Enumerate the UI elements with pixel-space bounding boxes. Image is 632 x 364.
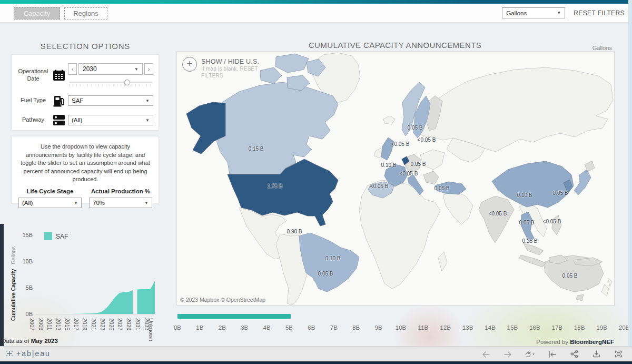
life-cycle-stage-label: Life Cycle Stage [18,188,82,194]
chart-y-tick: 0B [19,311,33,317]
year-next-button[interactable]: › [144,63,153,75]
actual-production-dropdown[interactable]: 70% ▼ [89,198,152,208]
chart-y-tick: 10B [19,258,33,264]
tab-regions[interactable]: Regions [64,7,107,19]
top-accent-bar [0,0,632,4]
pathway-value: (All) [72,117,82,123]
life-cycle-stage-value: (All) [22,200,33,206]
zoom-plus-button[interactable]: + [182,57,197,72]
map-value-label: 0.10 B [325,255,341,261]
chart-x-tick: 2007 [29,318,35,330]
revert-icon[interactable] [547,349,557,359]
actual-production-value: 70% [93,200,105,206]
fullscreen-icon[interactable] [613,349,624,359]
year-dropdown[interactable]: 2030 ▼ [78,63,143,75]
fuel-pump-icon [50,94,68,107]
map-value-label: 1.75 B [268,183,283,189]
chart-x-axis-line [36,314,156,314]
chart-y-tick: 5B [19,284,33,291]
chevron-down-icon: ▼ [145,99,150,103]
units-dropdown[interactable]: Gallons ▼ [502,7,565,18]
scale-ticks: 0B1B2B3B4B5B6B7B8B9B10B11B12B13B14B15B16… [177,324,624,333]
scale-tick: 11B [418,324,429,331]
chevron-down-icon: ▼ [134,67,139,72]
map-value-label: 0.05 B [434,185,450,191]
map-value-label: 0.05 B [411,161,426,167]
chart-x-tick: 2011 [46,318,53,330]
tableau-mark-icon [5,349,14,358]
filters-card: Operational Date ‹ 2030 ▼ › [12,54,159,131]
fuel-type-dropdown[interactable]: SAF ▼ [68,95,153,106]
map-section: CUMULATIVE CAPACITY ANNOUNCEMENTS Gallon… [175,23,628,346]
scale-tick: 2B [219,324,226,331]
chart-x-tick: 2015 [64,318,71,330]
life-cycle-stage-dropdown[interactable]: (All) ▼ [18,198,82,208]
scale-tick: 15B [507,324,518,331]
pathway-label: Pathway [16,116,50,123]
data-as-of: Data as of May 2023 [2,338,58,344]
map-title: CUMULATIVE CAPACITY ANNOUNCEMENTS [175,41,615,50]
operational-date-row: Operational Date ‹ 2030 ▼ › [16,63,153,87]
map-value-label: 0.10 B [517,192,532,198]
assumptions-card: Use the dropdown to view capacity announ… [12,136,159,203]
map-controls: + SHOW / HIDE U.S. If map is blank, RESE… [182,57,259,79]
units-dropdown-value: Gallons [506,10,527,16]
map-value-label: 0.10 B [381,162,397,168]
chart-x-tick: 2031 [135,318,141,330]
chart-x-tick: 2013 [55,318,62,330]
map-value-label: <0.05 B [400,171,418,176]
instructions-text: Use the dropdown to view capacity announ… [17,142,153,188]
background-photo-edge [628,0,632,346]
chart-x-tick: 2027 [117,318,123,330]
map-value-label: 0.05 B [408,125,423,131]
map-color-scale: 0B1B2B3B4B5B6B7B8B9B10B11B12B13B14B15B16… [176,313,627,336]
chart-y-axis-title: Cumulative Capacity - Gallons [11,237,16,321]
map-value-label: 0.05 B [519,220,535,225]
chart-x-tick: 2019 [82,318,88,330]
chart-x-tick: 2009 [38,318,44,330]
slider-handle[interactable] [124,80,130,85]
pathway-row: Pathway (All) ▼ [16,114,153,126]
chart-x-tick: 2017 [73,318,80,330]
world-map[interactable]: 0.15 B1.75 B0.90 B0.10 B0.05 B<0.05 B0.0… [176,51,615,306]
area-plot [36,235,157,316]
scale-tick: 18B [574,324,585,331]
slider-ticks [69,84,152,86]
year-slider[interactable] [69,80,152,87]
chart-x-tick: 2029 [126,318,132,330]
show-hide-us-button[interactable]: SHOW / HIDE U.S. [201,58,259,65]
fuel-type-value: SAF [72,97,83,104]
replay-icon[interactable] [525,349,535,359]
reset-filters-button[interactable]: RESET FILTERS [574,9,625,17]
scale-tick: 4B [263,324,271,331]
scale-bar[interactable] [177,314,291,319]
tableau-logo[interactable]: +ab|eau [5,349,51,358]
selection-options-title: SELECTION OPTIONS [12,42,159,51]
year-dropdown-value: 2030 [83,65,97,73]
operational-date-label: Operational Date [16,68,50,82]
bottom-accent-strip [0,361,632,364]
chart-y-tick: 15B [19,232,33,238]
fuel-type-row: Fuel Type SAF ▼ [16,94,153,107]
chart-x-tick: 2023 [100,318,106,330]
scale-tick: 9B [375,324,382,331]
tab-capacity[interactable]: Capacity [14,7,60,19]
area-series [137,281,155,314]
download-icon[interactable] [591,349,601,359]
chevron-down-icon: ▼ [145,118,150,123]
slider-track [69,82,152,83]
scale-tick: 1B [196,324,203,331]
redo-icon[interactable] [502,349,513,359]
scale-tick: 3B [241,324,248,331]
chart-x-tick: 2021 [91,318,97,330]
selection-panel: SELECTION OPTIONS Operational Date ‹ 203… [0,23,174,346]
map-hint-line2: FILTERS [201,72,259,79]
year-prev-button[interactable]: ‹ [68,63,77,75]
undo-icon[interactable] [480,349,491,359]
share-icon[interactable] [569,349,579,359]
scale-tick: 14B [485,324,495,331]
map-value-label: <0.05 B [391,141,410,147]
pathway-icon [50,114,68,126]
pathway-dropdown[interactable]: (All) ▼ [68,115,153,125]
area-series [36,290,133,314]
